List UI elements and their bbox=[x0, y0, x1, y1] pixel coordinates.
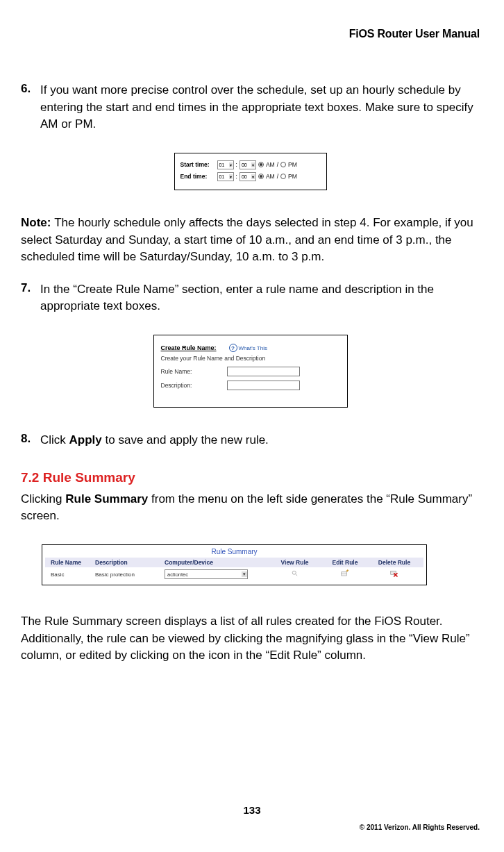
page-content: 6. If you want more precise control over… bbox=[21, 82, 480, 665]
note-paragraph: Note: The hourly schedule only affects t… bbox=[21, 215, 480, 266]
cell-view-rule bbox=[269, 570, 321, 578]
device-select[interactable]: actiontec bbox=[165, 569, 248, 579]
time-colon-2: : bbox=[236, 173, 237, 180]
step-8-prefix: Click bbox=[40, 433, 69, 446]
col-description: Description bbox=[95, 559, 165, 566]
cell-delete-rule bbox=[369, 569, 419, 579]
end-pm-label: PM bbox=[288, 173, 297, 180]
page-number: 133 bbox=[243, 804, 260, 816]
end-time-label: End time: bbox=[180, 173, 215, 180]
time-colon: : bbox=[236, 161, 237, 168]
end-pm-radio[interactable] bbox=[280, 174, 286, 179]
svg-rect-2 bbox=[342, 572, 347, 576]
note-text: The hourly schedule only affects the day… bbox=[21, 216, 473, 263]
create-rule-figure-wrapper: Create Rule Name: What's This Create you… bbox=[21, 335, 480, 408]
create-rule-figure: Create Rule Name: What's This Create you… bbox=[153, 335, 348, 408]
step-8-number: 8. bbox=[21, 432, 36, 449]
start-time-label: Start time: bbox=[180, 161, 215, 168]
end-min-select[interactable]: 00 bbox=[240, 172, 256, 181]
step-7-number: 7. bbox=[21, 281, 36, 315]
time-slash-2: / bbox=[277, 173, 278, 180]
create-rule-header-row: Create Rule Name: What's This bbox=[161, 344, 340, 352]
col-delete-rule: Delete Rule bbox=[369, 559, 419, 566]
note-label: Note: bbox=[21, 216, 54, 229]
step-6-text: If you want more precise control over th… bbox=[36, 82, 480, 133]
cell-description: Basic protection bbox=[95, 571, 165, 578]
rule-name-row: Rule Name: bbox=[161, 367, 340, 376]
create-rule-title: Create Rule Name: bbox=[161, 344, 217, 351]
edit-icon[interactable] bbox=[341, 569, 349, 576]
time-slash: / bbox=[277, 161, 278, 168]
start-pm-radio[interactable] bbox=[280, 162, 286, 167]
step-8-bold: Apply bbox=[69, 433, 102, 446]
closing-paragraph: The Rule Summary screen displays a list … bbox=[21, 613, 480, 665]
start-min-select[interactable]: 00 bbox=[240, 160, 256, 169]
time-figure-wrapper: Start time: 01 : 00 AM/ PM End time: 01 … bbox=[21, 153, 480, 190]
manual-header-title: FiOS Router User Manual bbox=[21, 28, 480, 40]
rule-summary-figure-wrapper: Rule Summary Rule Name Description Compu… bbox=[21, 544, 480, 585]
col-view-rule: View Rule bbox=[269, 559, 321, 566]
step-7: 7. In the “Create Rule Name” section, en… bbox=[21, 281, 480, 315]
rule-summary-intro: Clicking Rule Summary from the menu on t… bbox=[21, 491, 480, 525]
end-hour-select[interactable]: 01 bbox=[217, 172, 234, 181]
end-am-radio[interactable] bbox=[258, 174, 264, 179]
intro-bold: Rule Summary bbox=[65, 492, 148, 506]
step-7-text: In the “Create Rule Name” section, enter… bbox=[36, 281, 480, 315]
magnifying-glass-icon[interactable] bbox=[292, 572, 299, 578]
end-am-label: AM bbox=[266, 173, 275, 180]
delete-icon[interactable] bbox=[390, 573, 398, 579]
start-time-row: Start time: 01 : 00 AM/ PM bbox=[180, 160, 321, 169]
intro-prefix: Clicking bbox=[21, 492, 65, 506]
copyright-text: © 2011 Verizon. All Rights Reserved. bbox=[360, 824, 480, 831]
col-computer-device: Computer/Device bbox=[165, 559, 269, 566]
cell-computer-device: actiontec bbox=[165, 569, 269, 579]
step-8: 8. Click Apply to save and apply the new… bbox=[21, 432, 480, 449]
col-edit-rule: Edit Rule bbox=[321, 559, 369, 566]
end-time-row: End time: 01 : 00 AM/ PM bbox=[180, 172, 321, 181]
rule-summary-figure: Rule Summary Rule Name Description Compu… bbox=[42, 544, 427, 585]
rule-name-label: Rule Name: bbox=[161, 368, 227, 375]
step-6-number: 6. bbox=[21, 82, 36, 133]
cell-edit-rule bbox=[321, 569, 369, 579]
rule-desc-row: Description: bbox=[161, 381, 340, 390]
step-8-text: Click Apply to save and apply the new ru… bbox=[36, 432, 269, 449]
start-pm-label: PM bbox=[288, 161, 297, 168]
create-rule-subtitle: Create your Rule Name and Description bbox=[161, 355, 340, 362]
step-6: 6. If you want more precise control over… bbox=[21, 82, 480, 133]
cell-rule-name: Basic bbox=[45, 571, 95, 578]
rule-desc-label: Description: bbox=[161, 382, 227, 389]
rule-desc-input[interactable] bbox=[227, 381, 300, 390]
step-8-suffix: to save and apply the new rule. bbox=[102, 433, 269, 446]
col-rule-name: Rule Name bbox=[45, 559, 95, 566]
rule-name-input[interactable] bbox=[227, 367, 300, 376]
rule-summary-title: Rule Summary bbox=[45, 548, 423, 556]
table-row: Basic Basic protection actiontec bbox=[45, 567, 423, 579]
svg-line-1 bbox=[295, 574, 297, 576]
section-7-2-heading: 7.2 Rule Summary bbox=[21, 470, 480, 485]
time-schedule-figure: Start time: 01 : 00 AM/ PM End time: 01 … bbox=[174, 153, 327, 190]
start-hour-select[interactable]: 01 bbox=[217, 160, 234, 169]
start-am-label: AM bbox=[266, 161, 275, 168]
svg-point-0 bbox=[292, 571, 296, 574]
whats-this-link[interactable]: What's This bbox=[229, 344, 267, 352]
start-am-radio[interactable] bbox=[258, 162, 264, 167]
rule-summary-header-row: Rule Name Description Computer/Device Vi… bbox=[45, 558, 423, 567]
